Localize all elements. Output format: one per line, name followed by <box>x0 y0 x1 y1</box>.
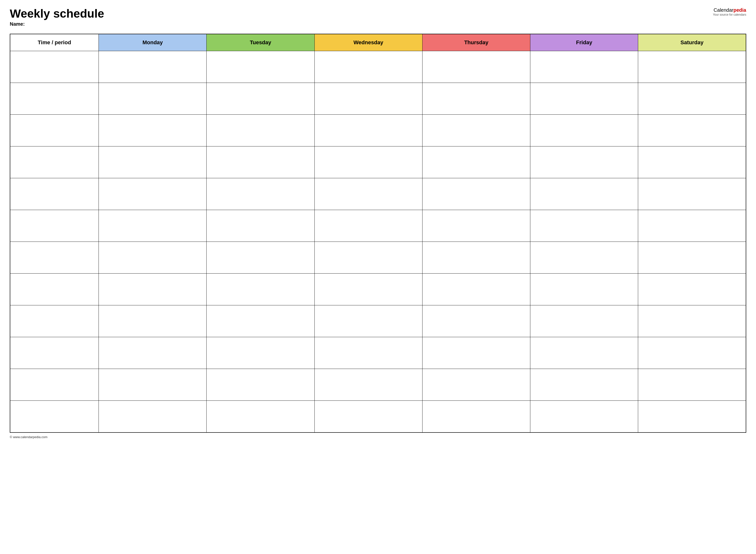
schedule-cell[interactable] <box>99 306 207 337</box>
schedule-cell[interactable] <box>314 147 422 178</box>
schedule-cell[interactable] <box>314 51 422 83</box>
time-cell[interactable] <box>10 51 99 83</box>
time-cell[interactable] <box>10 147 99 178</box>
schedule-cell[interactable] <box>638 210 746 242</box>
schedule-cell[interactable] <box>530 178 638 210</box>
table-row <box>10 210 746 242</box>
schedule-cell[interactable] <box>530 242 638 274</box>
col-header-friday: Friday <box>530 34 638 51</box>
schedule-cell[interactable] <box>422 178 530 210</box>
table-row <box>10 369 746 401</box>
schedule-cell[interactable] <box>207 242 314 274</box>
schedule-cell[interactable] <box>530 210 638 242</box>
schedule-cell[interactable] <box>314 83 422 115</box>
schedule-cell[interactable] <box>99 337 207 369</box>
schedule-cell[interactable] <box>530 306 638 337</box>
schedule-cell[interactable] <box>422 115 530 147</box>
schedule-cell[interactable] <box>638 115 746 147</box>
schedule-cell[interactable] <box>314 274 422 306</box>
brand-name-part2: pedia <box>734 7 746 13</box>
time-cell[interactable] <box>10 178 99 210</box>
schedule-cell[interactable] <box>207 115 314 147</box>
schedule-cell[interactable] <box>530 274 638 306</box>
schedule-cell[interactable] <box>314 337 422 369</box>
schedule-cell[interactable] <box>638 306 746 337</box>
time-cell[interactable] <box>10 306 99 337</box>
time-cell[interactable] <box>10 210 99 242</box>
schedule-cell[interactable] <box>530 401 638 433</box>
schedule-cell[interactable] <box>314 401 422 433</box>
schedule-cell[interactable] <box>99 115 207 147</box>
schedule-cell[interactable] <box>99 178 207 210</box>
schedule-cell[interactable] <box>530 369 638 401</box>
brand-name: Calendarpedia <box>713 7 746 13</box>
table-row <box>10 242 746 274</box>
title-section: Weekly schedule Name: <box>10 7 104 31</box>
schedule-cell[interactable] <box>314 369 422 401</box>
schedule-cell[interactable] <box>638 242 746 274</box>
schedule-cell[interactable] <box>207 274 314 306</box>
time-cell[interactable] <box>10 274 99 306</box>
schedule-cell[interactable] <box>422 51 530 83</box>
schedule-cell[interactable] <box>99 147 207 178</box>
schedule-cell[interactable] <box>99 242 207 274</box>
col-header-time: Time / period <box>10 34 99 51</box>
table-row <box>10 178 746 210</box>
schedule-cell[interactable] <box>638 51 746 83</box>
schedule-cell[interactable] <box>422 337 530 369</box>
time-cell[interactable] <box>10 242 99 274</box>
schedule-cell[interactable] <box>207 210 314 242</box>
schedule-table: Time / period Monday Tuesday Wednesday T… <box>10 34 746 433</box>
schedule-cell[interactable] <box>530 83 638 115</box>
schedule-cell[interactable] <box>638 147 746 178</box>
page-header: Weekly schedule Name: Calendarpedia Your… <box>10 7 746 31</box>
schedule-cell[interactable] <box>422 401 530 433</box>
table-row <box>10 401 746 433</box>
schedule-cell[interactable] <box>207 337 314 369</box>
schedule-cell[interactable] <box>638 274 746 306</box>
schedule-cell[interactable] <box>638 401 746 433</box>
schedule-cell[interactable] <box>530 337 638 369</box>
schedule-cell[interactable] <box>638 337 746 369</box>
schedule-cell[interactable] <box>207 83 314 115</box>
schedule-cell[interactable] <box>314 178 422 210</box>
time-cell[interactable] <box>10 369 99 401</box>
schedule-cell[interactable] <box>314 242 422 274</box>
schedule-cell[interactable] <box>207 369 314 401</box>
schedule-cell[interactable] <box>207 178 314 210</box>
footer-url: © www.calendarpedia.com <box>10 435 47 439</box>
schedule-cell[interactable] <box>99 51 207 83</box>
schedule-cell[interactable] <box>422 210 530 242</box>
schedule-cell[interactable] <box>530 51 638 83</box>
schedule-cell[interactable] <box>530 115 638 147</box>
schedule-cell[interactable] <box>422 274 530 306</box>
schedule-cell[interactable] <box>422 369 530 401</box>
schedule-cell[interactable] <box>422 306 530 337</box>
schedule-cell[interactable] <box>207 306 314 337</box>
table-row <box>10 147 746 178</box>
schedule-cell[interactable] <box>99 274 207 306</box>
schedule-cell[interactable] <box>207 51 314 83</box>
schedule-cell[interactable] <box>422 83 530 115</box>
time-cell[interactable] <box>10 337 99 369</box>
schedule-cell[interactable] <box>638 83 746 115</box>
schedule-cell[interactable] <box>422 147 530 178</box>
schedule-cell[interactable] <box>638 369 746 401</box>
schedule-cell[interactable] <box>530 147 638 178</box>
time-cell[interactable] <box>10 401 99 433</box>
time-cell[interactable] <box>10 83 99 115</box>
brand-section: Calendarpedia Your source for calendars <box>713 7 746 16</box>
brand-tagline: Your source for calendars <box>713 13 746 16</box>
schedule-cell[interactable] <box>207 401 314 433</box>
schedule-cell[interactable] <box>99 401 207 433</box>
schedule-cell[interactable] <box>99 210 207 242</box>
schedule-cell[interactable] <box>99 369 207 401</box>
schedule-cell[interactable] <box>314 210 422 242</box>
schedule-cell[interactable] <box>314 115 422 147</box>
time-cell[interactable] <box>10 115 99 147</box>
schedule-cell[interactable] <box>99 83 207 115</box>
schedule-cell[interactable] <box>314 306 422 337</box>
schedule-cell[interactable] <box>422 242 530 274</box>
schedule-cell[interactable] <box>207 147 314 178</box>
schedule-cell[interactable] <box>638 178 746 210</box>
